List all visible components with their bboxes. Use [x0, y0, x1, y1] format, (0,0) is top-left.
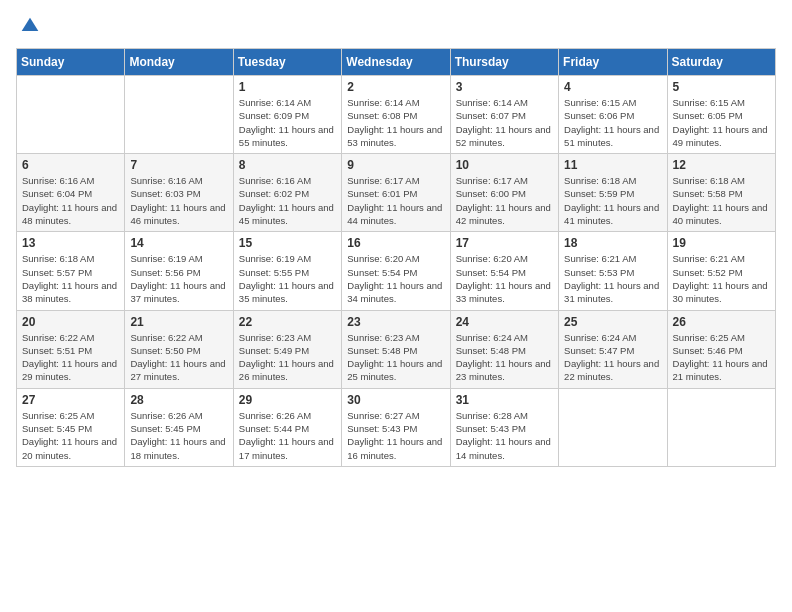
- day-number: 31: [456, 393, 553, 407]
- day-number: 15: [239, 236, 336, 250]
- calendar-cell: 12Sunrise: 6:18 AMSunset: 5:58 PMDayligh…: [667, 154, 775, 232]
- day-info: Sunrise: 6:24 AMSunset: 5:48 PMDaylight:…: [456, 331, 553, 384]
- day-info: Sunrise: 6:18 AMSunset: 5:57 PMDaylight:…: [22, 252, 119, 305]
- day-number: 14: [130, 236, 227, 250]
- day-number: 30: [347, 393, 444, 407]
- day-info: Sunrise: 6:18 AMSunset: 5:58 PMDaylight:…: [673, 174, 770, 227]
- day-number: 16: [347, 236, 444, 250]
- calendar-cell: 22Sunrise: 6:23 AMSunset: 5:49 PMDayligh…: [233, 310, 341, 388]
- svg-marker-0: [22, 18, 39, 31]
- day-info: Sunrise: 6:16 AMSunset: 6:03 PMDaylight:…: [130, 174, 227, 227]
- day-number: 5: [673, 80, 770, 94]
- day-number: 6: [22, 158, 119, 172]
- calendar-cell: 10Sunrise: 6:17 AMSunset: 6:00 PMDayligh…: [450, 154, 558, 232]
- calendar-cell: [559, 388, 667, 466]
- weekday-header: Wednesday: [342, 49, 450, 76]
- calendar-cell: 8Sunrise: 6:16 AMSunset: 6:02 PMDaylight…: [233, 154, 341, 232]
- calendar-cell: 11Sunrise: 6:18 AMSunset: 5:59 PMDayligh…: [559, 154, 667, 232]
- weekday-header: Friday: [559, 49, 667, 76]
- day-number: 28: [130, 393, 227, 407]
- day-info: Sunrise: 6:17 AMSunset: 6:01 PMDaylight:…: [347, 174, 444, 227]
- weekday-header: Sunday: [17, 49, 125, 76]
- day-info: Sunrise: 6:15 AMSunset: 6:06 PMDaylight:…: [564, 96, 661, 149]
- day-number: 8: [239, 158, 336, 172]
- calendar-week-row: 20Sunrise: 6:22 AMSunset: 5:51 PMDayligh…: [17, 310, 776, 388]
- day-info: Sunrise: 6:24 AMSunset: 5:47 PMDaylight:…: [564, 331, 661, 384]
- weekday-header: Monday: [125, 49, 233, 76]
- calendar-cell: 28Sunrise: 6:26 AMSunset: 5:45 PMDayligh…: [125, 388, 233, 466]
- day-info: Sunrise: 6:18 AMSunset: 5:59 PMDaylight:…: [564, 174, 661, 227]
- day-number: 20: [22, 315, 119, 329]
- calendar-cell: 16Sunrise: 6:20 AMSunset: 5:54 PMDayligh…: [342, 232, 450, 310]
- day-number: 3: [456, 80, 553, 94]
- day-info: Sunrise: 6:26 AMSunset: 5:44 PMDaylight:…: [239, 409, 336, 462]
- day-number: 12: [673, 158, 770, 172]
- day-info: Sunrise: 6:19 AMSunset: 5:55 PMDaylight:…: [239, 252, 336, 305]
- calendar-cell: 6Sunrise: 6:16 AMSunset: 6:04 PMDaylight…: [17, 154, 125, 232]
- calendar-cell: [125, 76, 233, 154]
- calendar-cell: 2Sunrise: 6:14 AMSunset: 6:08 PMDaylight…: [342, 76, 450, 154]
- calendar-week-row: 27Sunrise: 6:25 AMSunset: 5:45 PMDayligh…: [17, 388, 776, 466]
- calendar-cell: 24Sunrise: 6:24 AMSunset: 5:48 PMDayligh…: [450, 310, 558, 388]
- calendar-cell: 23Sunrise: 6:23 AMSunset: 5:48 PMDayligh…: [342, 310, 450, 388]
- calendar-cell: 7Sunrise: 6:16 AMSunset: 6:03 PMDaylight…: [125, 154, 233, 232]
- day-info: Sunrise: 6:16 AMSunset: 6:02 PMDaylight:…: [239, 174, 336, 227]
- day-info: Sunrise: 6:23 AMSunset: 5:48 PMDaylight:…: [347, 331, 444, 384]
- calendar-header-row: SundayMondayTuesdayWednesdayThursdayFrid…: [17, 49, 776, 76]
- weekday-header: Thursday: [450, 49, 558, 76]
- day-number: 27: [22, 393, 119, 407]
- day-number: 11: [564, 158, 661, 172]
- weekday-header: Saturday: [667, 49, 775, 76]
- day-info: Sunrise: 6:28 AMSunset: 5:43 PMDaylight:…: [456, 409, 553, 462]
- day-number: 4: [564, 80, 661, 94]
- calendar-cell: 29Sunrise: 6:26 AMSunset: 5:44 PMDayligh…: [233, 388, 341, 466]
- calendar-cell: 19Sunrise: 6:21 AMSunset: 5:52 PMDayligh…: [667, 232, 775, 310]
- calendar-cell: 9Sunrise: 6:17 AMSunset: 6:01 PMDaylight…: [342, 154, 450, 232]
- day-info: Sunrise: 6:25 AMSunset: 5:46 PMDaylight:…: [673, 331, 770, 384]
- day-number: 13: [22, 236, 119, 250]
- day-number: 26: [673, 315, 770, 329]
- weekday-header: Tuesday: [233, 49, 341, 76]
- day-info: Sunrise: 6:14 AMSunset: 6:09 PMDaylight:…: [239, 96, 336, 149]
- day-number: 18: [564, 236, 661, 250]
- calendar-cell: 25Sunrise: 6:24 AMSunset: 5:47 PMDayligh…: [559, 310, 667, 388]
- day-number: 23: [347, 315, 444, 329]
- calendar-week-row: 6Sunrise: 6:16 AMSunset: 6:04 PMDaylight…: [17, 154, 776, 232]
- page-header: [16, 16, 776, 36]
- calendar-cell: 4Sunrise: 6:15 AMSunset: 6:06 PMDaylight…: [559, 76, 667, 154]
- day-info: Sunrise: 6:14 AMSunset: 6:07 PMDaylight:…: [456, 96, 553, 149]
- calendar-cell: [667, 388, 775, 466]
- day-info: Sunrise: 6:21 AMSunset: 5:53 PMDaylight:…: [564, 252, 661, 305]
- day-info: Sunrise: 6:27 AMSunset: 5:43 PMDaylight:…: [347, 409, 444, 462]
- day-number: 19: [673, 236, 770, 250]
- calendar-cell: 15Sunrise: 6:19 AMSunset: 5:55 PMDayligh…: [233, 232, 341, 310]
- calendar-cell: 1Sunrise: 6:14 AMSunset: 6:09 PMDaylight…: [233, 76, 341, 154]
- calendar-cell: 13Sunrise: 6:18 AMSunset: 5:57 PMDayligh…: [17, 232, 125, 310]
- day-number: 17: [456, 236, 553, 250]
- day-info: Sunrise: 6:20 AMSunset: 5:54 PMDaylight:…: [347, 252, 444, 305]
- day-number: 24: [456, 315, 553, 329]
- day-number: 22: [239, 315, 336, 329]
- day-number: 25: [564, 315, 661, 329]
- day-info: Sunrise: 6:22 AMSunset: 5:51 PMDaylight:…: [22, 331, 119, 384]
- day-number: 10: [456, 158, 553, 172]
- day-info: Sunrise: 6:21 AMSunset: 5:52 PMDaylight:…: [673, 252, 770, 305]
- calendar-cell: 14Sunrise: 6:19 AMSunset: 5:56 PMDayligh…: [125, 232, 233, 310]
- calendar-week-row: 13Sunrise: 6:18 AMSunset: 5:57 PMDayligh…: [17, 232, 776, 310]
- day-info: Sunrise: 6:16 AMSunset: 6:04 PMDaylight:…: [22, 174, 119, 227]
- calendar-cell: 3Sunrise: 6:14 AMSunset: 6:07 PMDaylight…: [450, 76, 558, 154]
- calendar-cell: 26Sunrise: 6:25 AMSunset: 5:46 PMDayligh…: [667, 310, 775, 388]
- day-info: Sunrise: 6:15 AMSunset: 6:05 PMDaylight:…: [673, 96, 770, 149]
- day-number: 2: [347, 80, 444, 94]
- calendar-week-row: 1Sunrise: 6:14 AMSunset: 6:09 PMDaylight…: [17, 76, 776, 154]
- calendar-cell: 18Sunrise: 6:21 AMSunset: 5:53 PMDayligh…: [559, 232, 667, 310]
- logo-icon: [20, 16, 40, 36]
- day-info: Sunrise: 6:22 AMSunset: 5:50 PMDaylight:…: [130, 331, 227, 384]
- calendar-cell: 17Sunrise: 6:20 AMSunset: 5:54 PMDayligh…: [450, 232, 558, 310]
- day-number: 29: [239, 393, 336, 407]
- calendar-table: SundayMondayTuesdayWednesdayThursdayFrid…: [16, 48, 776, 467]
- calendar-cell: 27Sunrise: 6:25 AMSunset: 5:45 PMDayligh…: [17, 388, 125, 466]
- day-info: Sunrise: 6:25 AMSunset: 5:45 PMDaylight:…: [22, 409, 119, 462]
- calendar-cell: [17, 76, 125, 154]
- calendar-cell: 21Sunrise: 6:22 AMSunset: 5:50 PMDayligh…: [125, 310, 233, 388]
